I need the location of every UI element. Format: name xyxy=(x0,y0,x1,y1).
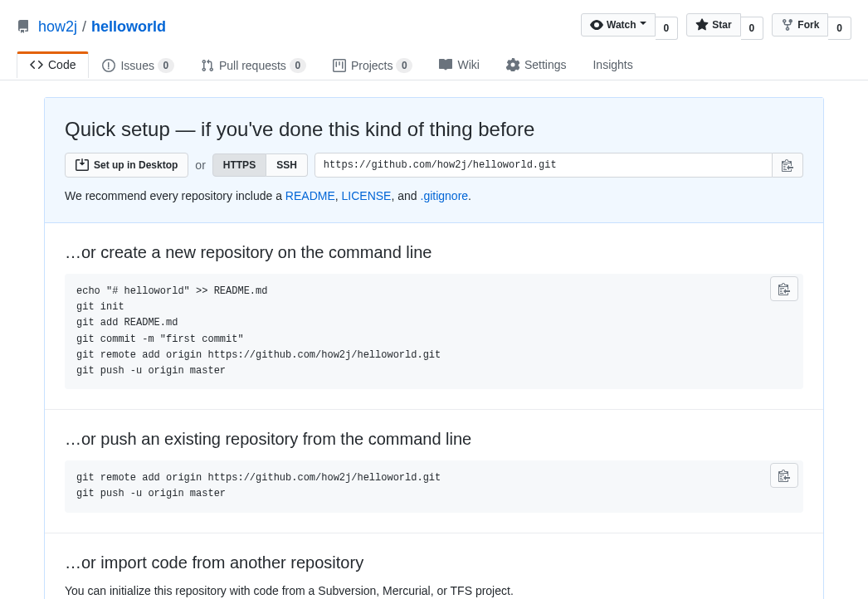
push-repo-title: …or push an existing repository from the… xyxy=(65,430,803,449)
issues-count: 0 xyxy=(158,58,174,73)
create-repo-title: …or create a new repository on the comma… xyxy=(65,243,803,262)
star-icon xyxy=(695,18,709,32)
projects-count: 0 xyxy=(396,58,412,73)
repo-title: how2j / helloworld xyxy=(17,18,166,36)
setup-desktop-button[interactable]: Set up in Desktop xyxy=(65,153,188,178)
watch-count[interactable]: 0 xyxy=(656,17,679,40)
readme-link[interactable]: README xyxy=(285,189,335,202)
watch-button[interactable]: Watch xyxy=(581,13,656,37)
issue-icon xyxy=(102,59,115,72)
tab-insights[interactable]: Insights xyxy=(579,51,646,78)
gitignore-link[interactable]: .gitignore xyxy=(421,189,469,202)
eye-icon xyxy=(590,18,603,32)
star-count[interactable]: 0 xyxy=(741,17,764,40)
https-button[interactable]: HTTPS xyxy=(212,153,266,177)
import-repo-title: …or import code from another repository xyxy=(65,553,803,572)
caret-down-icon xyxy=(640,22,646,28)
protocol-toggle: HTTPS SSH xyxy=(212,153,308,177)
tab-issues[interactable]: Issues 0 xyxy=(89,51,187,80)
path-separator: / xyxy=(82,18,86,36)
repo-icon xyxy=(17,20,30,33)
clone-url-input[interactable] xyxy=(315,153,773,178)
pulls-count: 0 xyxy=(290,58,306,73)
tab-pulls[interactable]: Pull requests 0 xyxy=(188,51,319,80)
quick-setup-title: Quick setup — if you've done this kind o… xyxy=(65,118,803,141)
ssh-button[interactable]: SSH xyxy=(266,153,308,177)
create-code[interactable]: echo "# helloworld" >> README.md git ini… xyxy=(65,274,803,389)
import-desc: You can initialize this repository with … xyxy=(65,584,803,597)
copy-url-button[interactable] xyxy=(773,153,803,178)
copy-create-button[interactable] xyxy=(770,276,798,301)
fork-count[interactable]: 0 xyxy=(828,17,851,40)
tab-code[interactable]: Code xyxy=(17,51,89,78)
gear-icon xyxy=(506,58,519,71)
setup-box: Quick setup — if you've done this kind o… xyxy=(44,97,824,599)
copy-push-button[interactable] xyxy=(770,463,798,488)
tab-projects[interactable]: Projects 0 xyxy=(319,51,427,80)
fork-button[interactable]: Fork xyxy=(772,13,828,37)
tab-settings[interactable]: Settings xyxy=(493,51,580,78)
push-code[interactable]: git remote add origin https://github.com… xyxy=(65,460,803,512)
repo-link[interactable]: helloworld xyxy=(91,18,166,36)
clipboard-icon xyxy=(781,158,794,172)
desktop-download-icon xyxy=(76,158,89,172)
fork-icon xyxy=(781,18,794,32)
or-text: or xyxy=(195,158,205,172)
repo-tabs: Code Issues 0 Pull requests 0 Projects 0… xyxy=(0,51,868,80)
star-button[interactable]: Star xyxy=(686,13,740,37)
tab-wiki[interactable]: Wiki xyxy=(426,51,492,78)
code-icon xyxy=(30,58,43,71)
book-icon xyxy=(439,58,452,71)
clipboard-icon xyxy=(778,282,791,295)
clipboard-icon xyxy=(778,469,791,482)
pull-request-icon xyxy=(201,59,214,72)
license-link[interactable]: LICENSE xyxy=(342,189,392,202)
owner-link[interactable]: how2j xyxy=(38,18,77,36)
project-icon xyxy=(333,59,346,72)
recommend-text: We recommend every repository include a … xyxy=(65,189,803,202)
